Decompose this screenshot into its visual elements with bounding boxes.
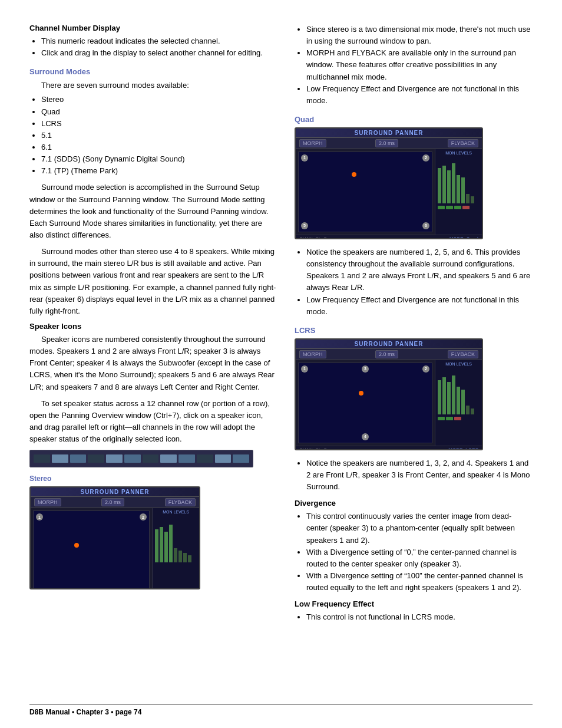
page: Channel Number Display This numeric read… bbox=[0, 0, 562, 728]
right-column: Since stereo is a two dimensional mix mo… bbox=[295, 24, 533, 628]
stereo-grid: 1 2 bbox=[33, 510, 150, 589]
right-bullet-3: Low Frequency Effect and Divergence are … bbox=[306, 83, 533, 107]
lfe-title: Low Frequency Effect bbox=[295, 599, 533, 608]
lcrs-time: 2.0 ms bbox=[375, 350, 398, 358]
lcrs-footer: CHAN: Ch. 7 MODE: LCRS bbox=[296, 446, 482, 450]
right-bullet-2: MORPH and FLYBACK are available only in … bbox=[306, 47, 533, 83]
pan-position bbox=[74, 543, 79, 548]
quad-morph-btn[interactable]: MORPH bbox=[299, 139, 326, 147]
lcrs-heading: LCRS bbox=[295, 326, 533, 335]
channel-bullet-2: Click and drag in the display to select … bbox=[41, 47, 277, 59]
surround-para2: Surround modes other than stereo use 4 t… bbox=[29, 246, 277, 317]
quad-bullet-1: Notice the speakers are numbered 1, 2, 5… bbox=[306, 246, 533, 294]
channel-number-display-title: Channel Number Display bbox=[29, 24, 277, 32]
speaker-icons-title: Speaker Icons bbox=[29, 322, 277, 331]
surround-intro: There are seven surround modes available… bbox=[29, 80, 277, 91]
div-bullet-3: With a Divergence setting of “100” the c… bbox=[306, 570, 533, 594]
speaker-icons-para1: Speaker icons are numbered consistently … bbox=[29, 334, 277, 393]
right-bullet-1: Since stereo is a two dimensional mix mo… bbox=[306, 24, 533, 47]
fader-bars bbox=[154, 515, 198, 562]
quad-panner-controls: MORPH 2.0 ms FLYBACK bbox=[296, 138, 482, 149]
lcrs-controls: MORPH 2.0 ms FLYBACK bbox=[296, 349, 482, 360]
lcrs-pan bbox=[359, 391, 363, 396]
flyback-btn[interactable]: FLYBACK bbox=[165, 498, 196, 506]
mon-levels-label: MON LEVELS bbox=[154, 510, 198, 514]
speaker-1: 1 bbox=[36, 513, 43, 521]
quad-speaker-1: 1 bbox=[301, 154, 308, 162]
divergence-title: Divergence bbox=[295, 499, 533, 508]
mode-71-tp: 7.1 (TP) (Theme Park) bbox=[41, 165, 277, 177]
page-footer: D8B Manual • Chapter 3 • page 74 bbox=[29, 704, 533, 716]
mode-61: 6.1 bbox=[41, 141, 277, 153]
stereo-faders: MON LEVELS bbox=[152, 508, 199, 589]
channel-bullets: This numeric readout indicates the selec… bbox=[41, 35, 277, 59]
surround-para1: Surround mode selection is accomplished … bbox=[29, 182, 277, 241]
lfe-bullet-1: This control is not functional in LCRS m… bbox=[306, 611, 533, 623]
mode-stereo: Stereo bbox=[41, 94, 277, 106]
channel-bullet-1: This numeric readout indicates the selec… bbox=[41, 35, 277, 47]
surround-modes-heading: Surround Modes bbox=[29, 67, 277, 76]
lcrs-speaker-4: 4 bbox=[362, 433, 369, 440]
main-content: Channel Number Display This numeric read… bbox=[29, 24, 533, 628]
quad-flyback-btn[interactable]: FLYBACK bbox=[448, 139, 478, 147]
lcrs-body: 1 3 2 4 MON LEVELS bbox=[296, 360, 482, 446]
stereo-panner: SURROUND PANNER MORPH 2.0 ms FLYBACK 1 2 bbox=[29, 486, 200, 589]
quad-faders: MON LEVELS bbox=[435, 149, 482, 235]
lcrs-flyback-btn[interactable]: FLYBACK bbox=[448, 350, 478, 358]
quad-body: 1 2 5 6 MON LEVELS bbox=[296, 149, 482, 235]
lcrs-panner-title: SURROUND PANNER bbox=[296, 340, 482, 349]
mode-51: 5.1 bbox=[41, 130, 277, 141]
quad-speaker-6: 6 bbox=[422, 222, 429, 229]
morph-btn[interactable]: MORPH bbox=[34, 498, 61, 506]
stereo-panner-title: SURROUND PANNER bbox=[31, 487, 199, 497]
quad-time: 2.0 ms bbox=[375, 139, 398, 147]
quad-panner: SURROUND PANNER MORPH 2.0 ms FLYBACK 1 2… bbox=[295, 127, 483, 239]
lcrs-bullet-1: Notice the speakers are numbered 1, 3, 2… bbox=[306, 457, 533, 493]
quad-bullets: Notice the speakers are numbered 1, 2, 5… bbox=[306, 246, 533, 318]
surround-modes-list: Stereo Quad LCRS 5.1 6.1 7.1 (SDDS) (Son… bbox=[41, 94, 277, 177]
lfe-bullets: This control is not functional in LCRS m… bbox=[306, 611, 533, 623]
quad-grid: 1 2 5 6 bbox=[298, 151, 432, 232]
stereo-panner-body: 1 2 MON LEVELS bbox=[31, 508, 199, 589]
mode-71-sdds: 7.1 (SDDS) (Sony Dynamic Digital Sound) bbox=[41, 153, 277, 165]
quad-speaker-2: 2 bbox=[422, 154, 429, 162]
lcrs-faders: MON LEVELS bbox=[435, 360, 482, 446]
divergence-bullets: This control continuously varies the cen… bbox=[306, 510, 533, 594]
speaker-2: 2 bbox=[140, 513, 147, 521]
lcrs-speaker-1: 1 bbox=[301, 365, 308, 373]
lcrs-speaker-2: 2 bbox=[422, 365, 429, 373]
toolbar-screenshot bbox=[29, 450, 253, 467]
quad-pan bbox=[352, 172, 356, 177]
mode-lcrs: LCRS bbox=[41, 118, 277, 130]
quad-panner-title: SURROUND PANNER bbox=[296, 129, 482, 138]
lcrs-grid: 1 3 2 4 bbox=[298, 363, 432, 443]
quad-bullet-2: Low Frequency Effect and Divergence are … bbox=[306, 294, 533, 318]
stereo-panner-controls: MORPH 2.0 ms FLYBACK bbox=[31, 497, 199, 508]
stereo-label: Stereo bbox=[29, 475, 277, 483]
time-display: 2.0 ms bbox=[101, 498, 124, 506]
right-top-bullets: Since stereo is a two dimensional mix mo… bbox=[306, 24, 533, 107]
footer-left-text: D8B Manual • Chapter 3 • page 74 bbox=[29, 708, 141, 716]
left-column: Channel Number Display This numeric read… bbox=[29, 24, 277, 628]
lcrs-bullets: Notice the speakers are numbered 1, 3, 2… bbox=[306, 457, 533, 493]
quad-heading: Quad bbox=[295, 115, 533, 124]
div-bullet-2: With a Divergence setting of “0,” the ce… bbox=[306, 546, 533, 570]
quad-speaker-5: 5 bbox=[301, 222, 308, 229]
lcrs-morph-btn[interactable]: MORPH bbox=[299, 350, 326, 358]
quad-footer: CHAN: Ch. 7 MODE: Quad bbox=[296, 235, 482, 239]
div-bullet-1: This control continuously varies the cen… bbox=[306, 510, 533, 546]
mode-quad: Quad bbox=[41, 106, 277, 118]
speaker-icons-para2: To set speaker status across a 12 channe… bbox=[29, 398, 277, 446]
lcrs-panner: SURROUND PANNER MORPH 2.0 ms FLYBACK 1 3… bbox=[295, 338, 483, 450]
lcrs-speaker-3: 3 bbox=[362, 365, 369, 373]
